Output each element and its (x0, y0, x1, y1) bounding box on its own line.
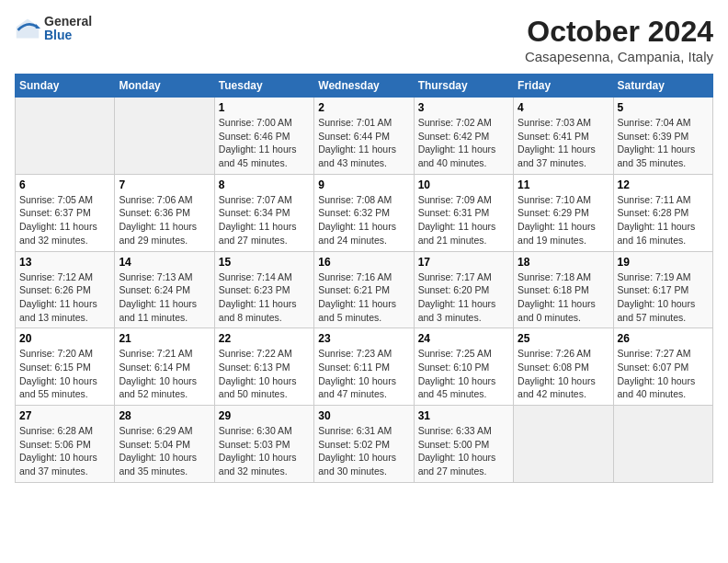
day-number: 20 (19, 332, 110, 345)
day-number: 14 (119, 256, 210, 269)
calendar-cell: 29Sunrise: 6:30 AM Sunset: 5:03 PM Dayli… (214, 406, 313, 483)
day-info: Sunrise: 7:18 AM Sunset: 6:18 PM Dayligh… (518, 270, 609, 325)
day-number: 9 (318, 178, 409, 191)
weekday-header: Saturday (613, 75, 712, 98)
logo-blue: Blue (44, 29, 92, 42)
calendar-cell: 10Sunrise: 7:09 AM Sunset: 6:31 PM Dayli… (414, 174, 513, 251)
day-info: Sunrise: 7:00 AM Sunset: 6:46 PM Dayligh… (219, 116, 310, 170)
day-number: 3 (418, 101, 509, 114)
day-info: Sunrise: 7:02 AM Sunset: 6:42 PM Dayligh… (418, 116, 509, 170)
calendar-cell (16, 98, 115, 175)
calendar-subtitle: Casapesenna, Campania, Italy (525, 49, 713, 64)
day-info: Sunrise: 7:22 AM Sunset: 6:13 PM Dayligh… (219, 347, 310, 401)
day-info: Sunrise: 7:04 AM Sunset: 6:39 PM Dayligh… (618, 116, 709, 170)
calendar-cell (115, 98, 214, 175)
day-info: Sunrise: 6:33 AM Sunset: 5:00 PM Dayligh… (418, 424, 509, 478)
day-number: 19 (618, 256, 709, 269)
day-number: 21 (119, 332, 210, 345)
calendar-cell: 20Sunrise: 7:20 AM Sunset: 6:15 PM Dayli… (16, 328, 115, 406)
day-number: 15 (219, 256, 310, 269)
day-number: 12 (618, 178, 709, 191)
day-number: 17 (418, 256, 509, 269)
calendar-cell (514, 406, 613, 483)
weekday-header: Tuesday (214, 75, 313, 98)
day-number: 29 (219, 409, 310, 422)
day-number: 31 (418, 409, 509, 422)
calendar-cell: 23Sunrise: 7:23 AM Sunset: 6:11 PM Dayli… (314, 328, 414, 406)
day-info: Sunrise: 7:13 AM Sunset: 6:24 PM Dayligh… (119, 270, 210, 325)
calendar-week-row: 6Sunrise: 7:05 AM Sunset: 6:37 PM Daylig… (16, 174, 713, 251)
calendar-cell: 6Sunrise: 7:05 AM Sunset: 6:37 PM Daylig… (16, 174, 115, 251)
calendar-table: SundayMondayTuesdayWednesdayThursdayFrid… (15, 74, 713, 483)
day-number: 27 (19, 409, 110, 422)
day-number: 30 (318, 409, 409, 422)
calendar-title: October 2024 (525, 15, 713, 49)
day-number: 25 (518, 332, 609, 345)
calendar-week-row: 20Sunrise: 7:20 AM Sunset: 6:15 PM Dayli… (16, 328, 713, 406)
day-number: 4 (518, 101, 609, 114)
day-info: Sunrise: 7:10 AM Sunset: 6:29 PM Dayligh… (518, 193, 609, 247)
weekday-header: Wednesday (314, 75, 414, 98)
day-info: Sunrise: 7:03 AM Sunset: 6:41 PM Dayligh… (518, 116, 609, 170)
calendar-cell: 30Sunrise: 6:31 AM Sunset: 5:02 PM Dayli… (314, 406, 414, 483)
calendar-cell: 21Sunrise: 7:21 AM Sunset: 6:14 PM Dayli… (115, 328, 214, 406)
calendar-cell: 12Sunrise: 7:11 AM Sunset: 6:28 PM Dayli… (613, 174, 712, 251)
calendar-cell: 17Sunrise: 7:17 AM Sunset: 6:20 PM Dayli… (414, 251, 513, 328)
day-number: 16 (318, 256, 409, 269)
logo-icon (15, 16, 40, 41)
calendar-cell: 26Sunrise: 7:27 AM Sunset: 6:07 PM Dayli… (613, 328, 712, 406)
calendar-cell: 13Sunrise: 7:12 AM Sunset: 6:26 PM Dayli… (16, 251, 115, 328)
logo-general: General (44, 15, 92, 29)
calendar-cell: 28Sunrise: 6:29 AM Sunset: 5:04 PM Dayli… (115, 406, 214, 483)
calendar-week-row: 1Sunrise: 7:00 AM Sunset: 6:46 PM Daylig… (16, 98, 713, 175)
day-info: Sunrise: 7:20 AM Sunset: 6:15 PM Dayligh… (19, 347, 110, 401)
day-info: Sunrise: 7:11 AM Sunset: 6:28 PM Dayligh… (618, 193, 709, 247)
day-info: Sunrise: 7:01 AM Sunset: 6:44 PM Dayligh… (318, 116, 409, 170)
day-info: Sunrise: 6:28 AM Sunset: 5:06 PM Dayligh… (19, 424, 110, 478)
day-info: Sunrise: 6:30 AM Sunset: 5:03 PM Dayligh… (219, 424, 310, 478)
logo: General Blue (15, 15, 92, 43)
day-number: 2 (318, 101, 409, 114)
day-number: 22 (219, 332, 310, 345)
calendar-cell: 15Sunrise: 7:14 AM Sunset: 6:23 PM Dayli… (214, 251, 313, 328)
day-number: 11 (518, 178, 609, 191)
day-number: 5 (618, 101, 709, 114)
day-info: Sunrise: 7:26 AM Sunset: 6:08 PM Dayligh… (518, 347, 609, 401)
day-info: Sunrise: 6:31 AM Sunset: 5:02 PM Dayligh… (318, 424, 409, 478)
day-number: 10 (418, 178, 509, 191)
day-info: Sunrise: 6:29 AM Sunset: 5:04 PM Dayligh… (119, 424, 210, 478)
day-info: Sunrise: 7:07 AM Sunset: 6:34 PM Dayligh… (219, 193, 310, 247)
calendar-cell: 14Sunrise: 7:13 AM Sunset: 6:24 PM Dayli… (115, 251, 214, 328)
calendar-cell: 27Sunrise: 6:28 AM Sunset: 5:06 PM Dayli… (16, 406, 115, 483)
day-info: Sunrise: 7:06 AM Sunset: 6:36 PM Dayligh… (119, 193, 210, 247)
calendar-cell: 18Sunrise: 7:18 AM Sunset: 6:18 PM Dayli… (514, 251, 613, 328)
calendar-cell: 11Sunrise: 7:10 AM Sunset: 6:29 PM Dayli… (514, 174, 613, 251)
day-number: 7 (119, 178, 210, 191)
weekday-header: Sunday (16, 75, 115, 98)
calendar-body: 1Sunrise: 7:00 AM Sunset: 6:46 PM Daylig… (16, 98, 713, 483)
calendar-cell: 2Sunrise: 7:01 AM Sunset: 6:44 PM Daylig… (314, 98, 414, 175)
title-block: October 2024 Casapesenna, Campania, Ital… (525, 15, 713, 64)
calendar-cell: 16Sunrise: 7:16 AM Sunset: 6:21 PM Dayli… (314, 251, 414, 328)
day-number: 13 (19, 256, 110, 269)
calendar-header-row: SundayMondayTuesdayWednesdayThursdayFrid… (16, 75, 713, 98)
day-info: Sunrise: 7:16 AM Sunset: 6:21 PM Dayligh… (318, 270, 409, 325)
calendar-cell: 25Sunrise: 7:26 AM Sunset: 6:08 PM Dayli… (514, 328, 613, 406)
calendar-cell: 7Sunrise: 7:06 AM Sunset: 6:36 PM Daylig… (115, 174, 214, 251)
weekday-header: Monday (115, 75, 214, 98)
day-info: Sunrise: 7:17 AM Sunset: 6:20 PM Dayligh… (418, 270, 509, 325)
day-info: Sunrise: 7:21 AM Sunset: 6:14 PM Dayligh… (119, 347, 210, 401)
day-number: 28 (119, 409, 210, 422)
day-info: Sunrise: 7:08 AM Sunset: 6:32 PM Dayligh… (318, 193, 409, 247)
weekday-header: Thursday (414, 75, 513, 98)
day-info: Sunrise: 7:09 AM Sunset: 6:31 PM Dayligh… (418, 193, 509, 247)
calendar-cell: 24Sunrise: 7:25 AM Sunset: 6:10 PM Dayli… (414, 328, 513, 406)
day-info: Sunrise: 7:12 AM Sunset: 6:26 PM Dayligh… (19, 270, 110, 325)
day-info: Sunrise: 7:23 AM Sunset: 6:11 PM Dayligh… (318, 347, 409, 401)
calendar-cell: 5Sunrise: 7:04 AM Sunset: 6:39 PM Daylig… (613, 98, 712, 175)
day-info: Sunrise: 7:14 AM Sunset: 6:23 PM Dayligh… (219, 270, 310, 325)
calendar-week-row: 13Sunrise: 7:12 AM Sunset: 6:26 PM Dayli… (16, 251, 713, 328)
calendar-cell: 1Sunrise: 7:00 AM Sunset: 6:46 PM Daylig… (214, 98, 313, 175)
day-info: Sunrise: 7:27 AM Sunset: 6:07 PM Dayligh… (618, 347, 709, 401)
calendar-cell: 4Sunrise: 7:03 AM Sunset: 6:41 PM Daylig… (514, 98, 613, 175)
